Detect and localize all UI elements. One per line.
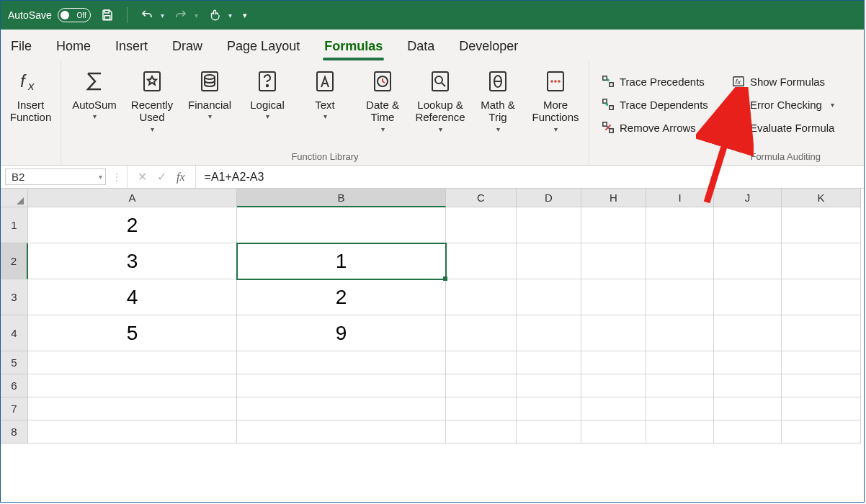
cell-D1[interactable] xyxy=(517,207,581,243)
cell-K8[interactable] xyxy=(782,420,861,444)
row-header-3[interactable]: 3 xyxy=(1,279,28,315)
redo-dropdown[interactable]: ▾ xyxy=(195,12,198,19)
cell-H8[interactable] xyxy=(581,420,646,444)
cell-K7[interactable] xyxy=(782,397,861,420)
row-header-5[interactable]: 5 xyxy=(1,351,28,374)
trace-dependents-button[interactable]: Trace Dependents xyxy=(597,96,713,113)
cell-A3[interactable]: 4 xyxy=(28,279,237,315)
financial-button[interactable]: Financial▾ xyxy=(184,66,236,138)
row-header-4[interactable]: 4 xyxy=(1,315,28,351)
cell-C7[interactable] xyxy=(446,397,517,420)
redo-button[interactable] xyxy=(170,4,192,26)
cell-H2[interactable] xyxy=(581,243,646,279)
cell-D7[interactable] xyxy=(517,397,581,420)
column-header-C[interactable]: C xyxy=(446,189,517,207)
row-header-8[interactable]: 8 xyxy=(1,420,28,444)
math-trig-button[interactable]: Math & Trig▾ xyxy=(472,66,524,138)
cell-D6[interactable] xyxy=(517,374,581,397)
cell-D5[interactable] xyxy=(517,351,581,374)
cell-I4[interactable] xyxy=(646,315,714,351)
cell-J1[interactable] xyxy=(714,207,782,243)
text-button[interactable]: Text▾ xyxy=(299,66,351,138)
cell-C2[interactable] xyxy=(446,243,517,279)
cell-K4[interactable] xyxy=(782,315,861,351)
cell-H1[interactable] xyxy=(581,207,646,243)
cell-C8[interactable] xyxy=(446,420,517,444)
logical-button[interactable]: Logical▾ xyxy=(241,66,293,138)
customize-qat-button[interactable]: ▾ xyxy=(238,4,252,26)
formula-input[interactable]: =A1+A2-A3 xyxy=(196,166,864,188)
cell-B2[interactable]: 1 xyxy=(237,243,446,279)
show-formulas-button[interactable]: fxShow Formulas xyxy=(727,73,839,90)
cell-A7[interactable] xyxy=(28,397,237,420)
select-all-corner[interactable] xyxy=(1,189,28,207)
cell-K2[interactable] xyxy=(782,243,861,279)
trace-precedents-button[interactable]: Trace Precedents xyxy=(597,73,713,90)
enter-formula-button[interactable]: ✓ xyxy=(157,170,166,184)
cell-J3[interactable] xyxy=(714,279,782,315)
row-header-7[interactable]: 7 xyxy=(1,397,28,420)
cell-I1[interactable] xyxy=(646,207,714,243)
touch-mode-button[interactable] xyxy=(204,4,226,26)
name-box-dropdown-icon[interactable]: ▾ xyxy=(99,173,102,181)
cell-I6[interactable] xyxy=(646,374,714,397)
cell-D3[interactable] xyxy=(517,279,581,315)
undo-button[interactable] xyxy=(136,4,158,26)
touch-mode-dropdown[interactable]: ▾ xyxy=(228,12,232,19)
cell-A1[interactable]: 2 xyxy=(28,207,237,243)
name-box[interactable]: B2 ▾ xyxy=(5,168,106,185)
cell-C4[interactable] xyxy=(446,315,517,351)
column-header-A[interactable]: A xyxy=(28,189,237,207)
cell-J8[interactable] xyxy=(714,420,782,444)
cell-H5[interactable] xyxy=(581,351,646,374)
cell-B1[interactable] xyxy=(237,207,446,243)
cell-B3[interactable]: 2 xyxy=(237,279,446,315)
cell-B4[interactable]: 9 xyxy=(237,315,446,351)
evaluate-formula-button[interactable]: fxEvaluate Formula xyxy=(727,119,839,136)
column-header-J[interactable]: J xyxy=(714,189,782,207)
cell-I3[interactable] xyxy=(646,279,714,315)
cell-D2[interactable] xyxy=(517,243,581,279)
cell-B5[interactable] xyxy=(237,351,446,374)
row-header-1[interactable]: 1 xyxy=(1,207,28,243)
cell-H3[interactable] xyxy=(581,279,646,315)
row-header-2[interactable]: 2 xyxy=(1,243,28,279)
autosum-button[interactable]: AutoSum▾ xyxy=(68,66,120,138)
column-header-H[interactable]: H xyxy=(581,189,646,207)
cancel-formula-button[interactable]: ✕ xyxy=(138,170,147,184)
cell-I2[interactable] xyxy=(646,243,714,279)
tab-developer[interactable]: Developer xyxy=(457,32,519,60)
cell-K3[interactable] xyxy=(782,279,861,315)
autosave-toggle[interactable]: Off xyxy=(58,8,91,22)
date-time-button[interactable]: Date & Time▾ xyxy=(357,66,409,138)
tab-insert[interactable]: Insert xyxy=(114,32,149,60)
column-header-D[interactable]: D xyxy=(517,189,581,207)
fx-button[interactable]: fx xyxy=(177,171,185,184)
cell-C6[interactable] xyxy=(446,374,517,397)
recently-used-button[interactable]: Recently Used▾ xyxy=(126,66,178,138)
tab-data[interactable]: Data xyxy=(406,32,436,60)
remove-arrows-button[interactable]: Remove Arrows▾ xyxy=(597,119,713,136)
row-header-6[interactable]: 6 xyxy=(1,374,28,397)
more-functions-button[interactable]: More Functions▾ xyxy=(530,66,581,138)
tab-formulas[interactable]: Formulas xyxy=(323,32,384,60)
cell-J5[interactable] xyxy=(714,351,782,374)
cell-J2[interactable] xyxy=(714,243,782,279)
tab-home[interactable]: Home xyxy=(55,32,92,60)
insert-function-button[interactable]: fx Insert Function xyxy=(8,66,53,138)
cell-I5[interactable] xyxy=(646,351,714,374)
cell-A6[interactable] xyxy=(28,374,237,397)
tab-page-layout[interactable]: Page Layout xyxy=(226,32,301,60)
cell-B8[interactable] xyxy=(237,420,446,444)
cell-C5[interactable] xyxy=(446,351,517,374)
cell-D4[interactable] xyxy=(517,315,581,351)
cell-C3[interactable] xyxy=(446,279,517,315)
column-header-B[interactable]: B xyxy=(237,189,446,207)
tab-draw[interactable]: Draw xyxy=(171,32,204,60)
cell-D8[interactable] xyxy=(517,420,581,444)
cell-J4[interactable] xyxy=(714,315,782,351)
cell-A2[interactable]: 3 xyxy=(28,243,237,279)
cell-H4[interactable] xyxy=(581,315,646,351)
cell-A4[interactable]: 5 xyxy=(28,315,237,351)
column-header-I[interactable]: I xyxy=(646,189,714,207)
